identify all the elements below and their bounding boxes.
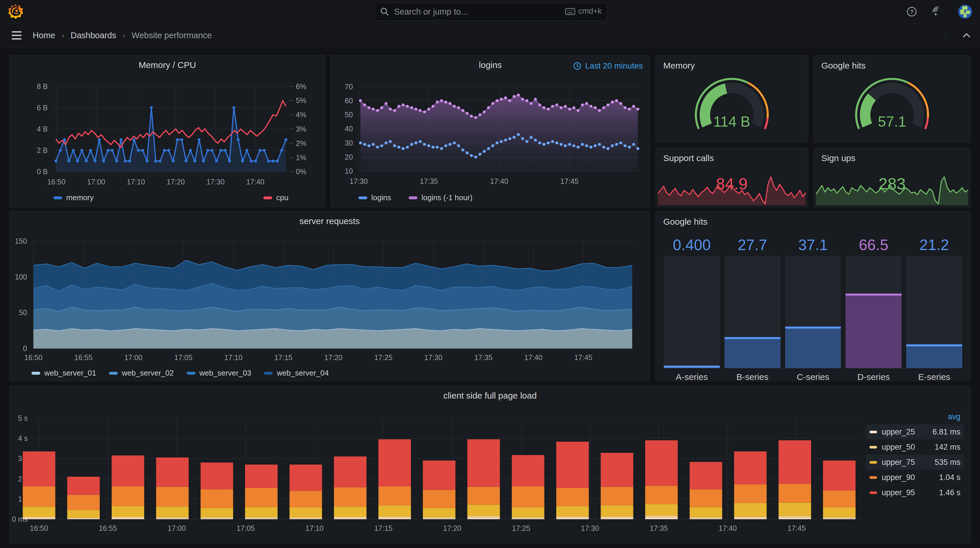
svg-text:2%: 2% — [296, 139, 306, 147]
legend-row-upper-75[interactable]: upper_75 535 ms — [866, 455, 964, 470]
bar-fill — [846, 293, 902, 368]
svg-text:20: 20 — [345, 153, 353, 161]
bar-label: C-series — [785, 372, 841, 382]
legend-label: web_server_03 — [199, 368, 251, 378]
svg-text:4 s: 4 s — [18, 434, 28, 442]
legend-item-web-server-04[interactable]: web_server_04 — [264, 368, 329, 378]
menu-icon[interactable] — [12, 31, 23, 40]
svg-text:17:10: 17:10 — [127, 178, 145, 186]
legend-label[interactable]: upper_75 — [882, 458, 934, 467]
legend-value: 1.04 s — [939, 473, 961, 482]
bar-gauge-column[interactable]: 0.400 A-series — [664, 236, 720, 377]
legend-item-web-server-01[interactable]: web_server_01 — [32, 368, 96, 378]
news-icon[interactable] — [932, 5, 944, 18]
bar-label: D-series — [846, 372, 902, 382]
legend-label: web_server_01 — [45, 368, 96, 378]
svg-text:?: ? — [910, 9, 913, 15]
bar-gauge-column[interactable]: 66.5 D-series — [846, 236, 902, 377]
bar-gauge-column[interactable]: 37.1 C-series — [785, 236, 841, 377]
bar-gauge: 0.400 A-series 27.7 B-series 37.1 C-seri… — [664, 236, 962, 377]
bar-track — [664, 256, 720, 368]
svg-text:70: 70 — [345, 83, 353, 91]
legend-item-logins[interactable]: logins — [358, 193, 391, 202]
legend-label: cpu — [276, 193, 288, 202]
svg-text:17:25: 17:25 — [512, 524, 530, 532]
svg-text:17:35: 17:35 — [474, 354, 492, 362]
panel-server-requests: server requests 05010015016:5016:5517:00… — [10, 211, 650, 381]
svg-text:16:55: 16:55 — [75, 354, 92, 362]
bar-gauge-column[interactable]: 21.2 E-series — [906, 236, 962, 377]
svg-text:17:45: 17:45 — [560, 177, 578, 185]
svg-text:16:55: 16:55 — [99, 524, 117, 532]
bar-value: 37.1 — [785, 236, 841, 253]
legend-row-upper-95[interactable]: upper_95 1.46 s — [866, 485, 964, 500]
svg-text:17:40: 17:40 — [719, 524, 737, 532]
legend-label[interactable]: upper_50 — [882, 443, 934, 452]
grafana-logo[interactable] — [8, 4, 23, 19]
legend-swatch — [869, 491, 877, 494]
legend-value: 142 ms — [934, 443, 961, 452]
chevron-up-icon[interactable] — [961, 30, 972, 41]
stat-value: 283 — [814, 174, 970, 193]
svg-text:17:05: 17:05 — [237, 524, 255, 532]
legend-item-web-server-03[interactable]: web_server_03 — [187, 368, 251, 378]
panel-logins: logins Last 20 minutes 1020304050607017:… — [331, 55, 650, 207]
svg-text:17:10: 17:10 — [224, 354, 242, 362]
server-requests-chart[interactable]: 05010015016:5016:5517:0017:0517:1017:151… — [10, 212, 649, 381]
breadcrumb-home[interactable]: Home — [33, 31, 55, 40]
legend-row-upper-50[interactable]: upper_50 142 ms — [866, 440, 964, 455]
breadcrumb-separator: › — [123, 31, 125, 40]
svg-text:2 B: 2 B — [37, 146, 48, 155]
legend-swatch — [869, 431, 877, 433]
svg-text:6%: 6% — [296, 82, 306, 91]
svg-text:17:30: 17:30 — [207, 178, 224, 186]
legend-header-avg[interactable]: avg — [866, 411, 964, 424]
legend-item-memory[interactable]: memory — [53, 193, 94, 202]
legend-swatch — [869, 461, 877, 464]
bar-label: B-series — [724, 372, 781, 382]
legend-row-upper-90[interactable]: upper_90 1.04 s — [866, 470, 964, 485]
svg-text:17:35: 17:35 — [650, 524, 668, 532]
svg-text:4%: 4% — [296, 111, 306, 119]
panel-memory-gauge: Memory 114 B — [655, 55, 808, 143]
legend-label[interactable]: upper_95 — [882, 488, 939, 497]
client-legend: avg upper_25 6.81 ms upper_50 142 ms upp… — [866, 411, 964, 500]
bar-value: 27.7 — [724, 236, 781, 253]
svg-text:3%: 3% — [296, 125, 306, 133]
logins-chart[interactable]: 1020304050607017:3017:3517:4017:45 — [331, 56, 650, 207]
panel-memory-cpu: Memory / CPU 0 B2 B4 B6 B8 B0%1%2%3%4%5%… — [10, 55, 325, 207]
svg-text:10: 10 — [345, 167, 353, 175]
svg-text:50: 50 — [19, 308, 27, 317]
avatar[interactable] — [958, 5, 972, 19]
bar-gauge-column[interactable]: 27.7 B-series — [724, 236, 781, 377]
divider — [945, 29, 946, 42]
breadcrumb: Home › Dashboards › Website performance — [33, 24, 212, 47]
bar-track — [785, 256, 841, 368]
svg-text:8 B: 8 B — [37, 82, 48, 91]
panel-support-calls: Support calls 84.9 — [655, 148, 808, 207]
panel-sign-ups: Sign ups 283 — [813, 148, 970, 207]
client-load-chart[interactable]: 0 ms1 s2 s3 s4 s5 s16:5016:5517:0017:051… — [10, 386, 970, 543]
legend-row-upper-25[interactable]: upper_25 6.81 ms — [866, 424, 964, 440]
legend-item-logins-1hour[interactable]: logins (-1 hour) — [409, 193, 473, 202]
svg-text:4 B: 4 B — [37, 125, 48, 133]
legend-swatch — [264, 372, 273, 375]
bar-label: E-series — [906, 372, 962, 382]
search-box[interactable]: cmd+k — [375, 3, 607, 21]
panel-title[interactable]: Google hits — [663, 217, 708, 227]
legend-item-web-server-02[interactable]: web_server_02 — [109, 368, 174, 378]
svg-text:150: 150 — [15, 237, 27, 245]
legend-label[interactable]: upper_25 — [882, 427, 932, 436]
legend-item-cpu[interactable]: cpu — [263, 193, 288, 202]
panel-google-hits-gauge: Google hits 57.1 — [813, 55, 970, 143]
search-input[interactable] — [393, 3, 558, 21]
help-icon[interactable]: ? — [905, 5, 918, 18]
bar-fill — [664, 366, 720, 368]
legend-label[interactable]: upper_90 — [882, 473, 939, 482]
svg-text:0%: 0% — [296, 167, 306, 176]
memory-cpu-chart[interactable]: 0 B2 B4 B6 B8 B0%1%2%3%4%5%6%16:5017:001… — [10, 56, 325, 207]
stat-value: 84.9 — [655, 174, 808, 193]
breadcrumb-dashboards[interactable]: Dashboards — [71, 31, 116, 40]
keyboard-icon — [565, 7, 576, 16]
svg-text:17:30: 17:30 — [581, 524, 599, 532]
